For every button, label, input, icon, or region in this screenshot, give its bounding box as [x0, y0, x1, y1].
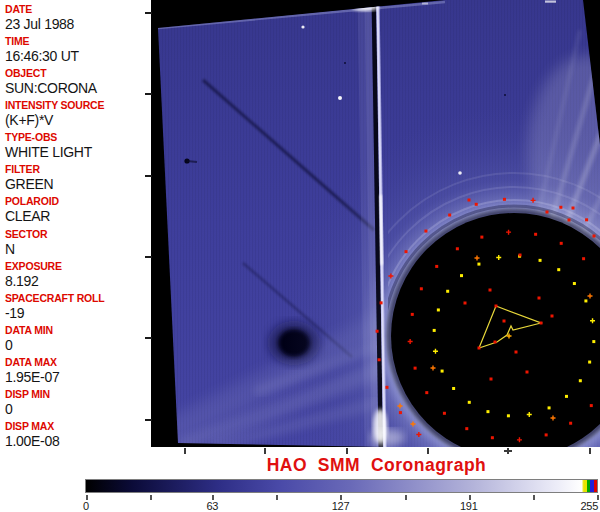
fiducial-dot [411, 313, 414, 316]
field-value: SUN:CORONA [5, 80, 151, 96]
frame-tick-bottom [346, 448, 348, 454]
field-value: 1.95E-07 [5, 369, 151, 385]
field-label: SECTOR [5, 228, 151, 241]
fiducial-dot [546, 211, 549, 214]
field-value: WHITE LIGHT [5, 144, 151, 160]
metadata-field: SECTORN [0, 228, 151, 260]
colorbar-tick-label: 63 [206, 500, 218, 512]
fiducial-dot [443, 412, 446, 415]
metadata-field: OBJECTSUN:CORONA [0, 67, 151, 99]
field-value: CLEAR [5, 208, 151, 224]
fiducial-dot [519, 254, 522, 257]
prominence-vertex [494, 341, 497, 344]
fiducial-dot [468, 199, 471, 202]
field-label: INTENSITY SOURCE [5, 99, 151, 112]
frame-tick-bottom [507, 448, 509, 454]
fiducial-dot [380, 301, 383, 304]
field-label: SPACECRAFT ROLL [5, 292, 151, 305]
frame-tick-bottom [184, 448, 186, 454]
frame-tick-left [145, 337, 152, 339]
field-value: GREEN [5, 176, 151, 192]
frame-tick-bottom [427, 448, 429, 454]
frame-tick-bottom [589, 448, 591, 454]
fiducial-dot [448, 214, 451, 217]
fiducial-dot [539, 259, 542, 262]
field-value: 1.00E-08 [5, 433, 151, 449]
prominence-vertex [540, 322, 543, 325]
fiducial-dot [486, 410, 489, 413]
fiducial-dot [559, 206, 562, 209]
fiducial-dot [538, 297, 541, 300]
fiducial-dot [441, 370, 444, 373]
colorbar [85, 479, 598, 493]
fiducial-dot [452, 387, 455, 390]
fiducial-dot [582, 257, 585, 260]
coronagraph-image [153, 0, 600, 447]
field-label: DISP MIN [5, 388, 151, 401]
fiducial-dot [572, 207, 575, 210]
fiducial-dot [590, 404, 593, 407]
fiducial-dot [573, 282, 576, 285]
fiducial-dot [507, 414, 510, 417]
metadata-field: SPACECRAFT ROLL-19 [0, 292, 151, 324]
field-label: EXPOSURE [5, 260, 151, 273]
fiducial-dot [433, 329, 436, 332]
field-value: N [5, 241, 151, 257]
field-value: 16:46:30 UT [5, 48, 151, 64]
fiducial-dot [491, 436, 494, 439]
field-value: -19 [5, 305, 151, 321]
metadata-field: FILTERGREEN [0, 163, 151, 195]
metadata-field: EXPOSURE8.192 [0, 260, 151, 292]
fiducial-dot [534, 233, 537, 236]
fiducial-dot [557, 268, 560, 271]
fiducial-dot [490, 378, 493, 381]
field-label: DISP MAX [5, 420, 151, 433]
fiducial-dot [551, 315, 554, 318]
colorbar-tick-label: 255 [576, 500, 598, 512]
field-label: DATA MAX [5, 356, 151, 369]
fiducial-dot [503, 198, 506, 201]
field-label: TYPE-OBS [5, 131, 151, 144]
fiducial-dot [465, 427, 468, 430]
prominence-vertex [495, 305, 498, 308]
frame-tick-left [145, 12, 152, 14]
fiducial-dot [592, 340, 595, 343]
fiducial-dot [545, 433, 548, 436]
fiducial-dot [503, 320, 506, 323]
metadata-field: TIME16:46:30 UT [0, 35, 151, 67]
metadata-field: DISP MIN0 [0, 388, 151, 420]
fiducial-dot [376, 330, 379, 333]
field-label: DATA MIN [5, 324, 151, 337]
field-value: 0 [5, 337, 151, 353]
metadata-field: DISP MAX1.00E-08 [0, 420, 151, 452]
fiducial-dot [446, 290, 449, 293]
fiducial-dot [464, 302, 467, 305]
fiducial-dot [569, 422, 572, 425]
field-label: FILTER [5, 163, 151, 176]
frame-tick-left [145, 256, 152, 258]
fiducial-dot [560, 242, 563, 245]
fiducial-dot [489, 289, 492, 292]
frame-tick-left [145, 93, 152, 95]
fiducial-dot [588, 361, 591, 364]
colorbar-minor-tick [150, 495, 152, 500]
metadata-field: INTENSITY SOURCE(K+F)*V [0, 99, 151, 131]
colorbar-tick-label: 127 [332, 500, 349, 512]
field-label: TIME [5, 35, 151, 48]
fiducial-dot [414, 367, 417, 370]
colorbar-minor-tick [276, 495, 278, 500]
field-value: (K+F)*V [5, 112, 151, 128]
coronagraph-canvas [153, 0, 600, 447]
metadata-field: DATE23 Jul 1988 [0, 3, 151, 35]
fiducial-dot [456, 247, 459, 250]
metadata-field: POLAROIDCLEAR [0, 195, 151, 227]
fiducial-dot [420, 287, 423, 290]
metadata-field: DATA MIN0 [0, 324, 151, 356]
fiducial-dot [378, 358, 381, 361]
fiducial-dot [475, 203, 478, 206]
frame-tick-bottom [264, 448, 266, 454]
image-title: HAO SMM Coronagraph [153, 455, 600, 476]
field-value: 8.192 [5, 273, 151, 289]
fiducial-dot [565, 395, 568, 398]
fiducial-dot [425, 391, 428, 394]
